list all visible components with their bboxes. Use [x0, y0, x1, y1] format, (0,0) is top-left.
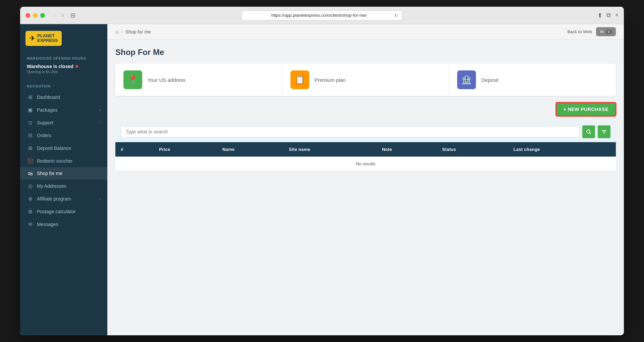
sidebar-item-label: Shop for me: [37, 171, 101, 176]
sidebar-nav: ⊞ Dashboard ▣ Packages › ⊙ Support › ⊟ O…: [20, 91, 107, 231]
no-results-message: No results: [115, 157, 616, 171]
dashboard-icon: ⊞: [27, 94, 34, 100]
sidebar-item-shop-for-me[interactable]: 🛍 Shop for me: [20, 167, 107, 180]
notification-count: 0: [606, 30, 612, 34]
sidebar-item-dashboard[interactable]: ⊞ Dashboard: [20, 91, 107, 104]
table-container: # Price Name Site name Note Status Last …: [115, 142, 616, 171]
main-content: ⌂ / Shop for me Back to Web ✉ 0 Shop For…: [107, 24, 624, 335]
reload-button[interactable]: ↻: [394, 13, 398, 18]
sidebar-item-packages[interactable]: ▣ Packages ›: [20, 104, 107, 116]
mac-minimize-button[interactable]: [33, 13, 38, 18]
feature-cards: 📍 Your US address 📋 Premium plan 🏦 Depos…: [115, 64, 616, 96]
premium-plan-label: Premium plan: [315, 77, 346, 83]
us-address-label: Your US address: [148, 77, 185, 83]
table-header: # Price Name Site name Note Status Last …: [115, 142, 616, 157]
sidebar-item-my-addresses[interactable]: ◎ My Addresses: [20, 180, 107, 192]
chevron-icon: ›: [99, 196, 101, 201]
warehouse-name: Warehouse is closed: [27, 64, 101, 69]
warehouse-time: Opening in 6h 25m: [27, 70, 101, 74]
col-number: #: [115, 142, 154, 157]
sidebar-item-label: Postage calculator: [37, 209, 101, 214]
mac-forward-button[interactable]: ›: [60, 11, 66, 19]
mac-sidebar-toggle[interactable]: ⊟: [70, 11, 75, 19]
breadcrumb-home-icon: ⌂: [115, 29, 119, 35]
status-dot: [75, 65, 78, 68]
breadcrumb: ⌂ / Shop for me: [115, 29, 151, 35]
messages-icon: ✉: [27, 221, 34, 227]
logo: ✈ PLANET EXPRESS: [25, 31, 62, 46]
back-to-web-link[interactable]: Back to Web: [567, 29, 592, 34]
svg-line-1: [590, 133, 591, 134]
share-button[interactable]: ⬆: [597, 12, 602, 19]
warehouse-status: Warehouse is closed Opening in 6h 25m: [20, 62, 107, 79]
duplicate-button[interactable]: ⧉: [606, 12, 611, 19]
new-purchase-button[interactable]: + NEW PURCHASE: [556, 103, 616, 116]
sidebar-item-postage-calculator[interactable]: ⊞ Postage calculator: [20, 205, 107, 218]
mac-back-button[interactable]: ‹: [52, 11, 58, 19]
sidebar-item-label: My Addresses: [37, 183, 101, 189]
feature-card-premium-plan[interactable]: 📋 Premium plan: [282, 64, 449, 96]
col-note: Note: [377, 142, 437, 157]
sidebar-item-label: Deposit Balance: [37, 146, 101, 151]
sidebar-item-support[interactable]: ⊙ Support ›: [20, 116, 107, 129]
notification-icon: ✉: [600, 29, 604, 34]
feature-card-deposit[interactable]: 🏦 Deposit: [449, 64, 616, 96]
search-input[interactable]: [121, 126, 580, 137]
orders-icon: ⊟: [27, 132, 34, 138]
app-container: ✈ PLANET EXPRESS WAREHOUSE OPENING HOURS…: [20, 24, 624, 335]
page-content: Shop For Me 📍 Your US address 📋 Premium …: [107, 40, 624, 335]
postage-calc-icon: ⊞: [27, 209, 34, 215]
logo-text: PLANET EXPRESS: [37, 34, 58, 43]
sidebar-item-redeem-voucher[interactable]: ⬛ Redeem voucher: [20, 155, 107, 167]
table-body: No results: [115, 157, 616, 171]
actions-row: + NEW PURCHASE: [115, 103, 616, 116]
col-last-change: Last change: [508, 142, 616, 157]
sidebar-item-label: Support: [37, 120, 99, 125]
data-table: # Price Name Site name Note Status Last …: [115, 142, 616, 171]
top-bar: ⌂ / Shop for me Back to Web ✉ 0: [107, 24, 624, 40]
filter-button[interactable]: [598, 125, 610, 138]
url-bar: https://app.planetexpress.com/client/sho…: [241, 10, 402, 20]
sidebar-logo: ✈ PLANET EXPRESS: [20, 24, 107, 51]
chevron-icon: ›: [99, 120, 101, 125]
deposit-label: Deposit: [481, 77, 498, 83]
top-bar-right: Back to Web ✉ 0: [567, 27, 616, 36]
sidebar-item-label: Messages: [37, 222, 101, 227]
sidebar-item-label: Redeem voucher: [37, 158, 101, 164]
chevron-icon: ›: [99, 108, 101, 112]
packages-icon: ▣: [27, 107, 34, 113]
add-tab-button[interactable]: +: [615, 12, 619, 19]
affiliate-icon: ⊕: [27, 196, 34, 202]
deposit-icon: 🏦: [457, 70, 476, 89]
mac-close-button[interactable]: [25, 13, 30, 18]
deposit-balance-icon: ⊞: [27, 145, 34, 151]
col-price: Price: [154, 142, 217, 157]
shop-for-me-icon: 🛍: [27, 171, 34, 176]
us-address-icon: 📍: [123, 70, 142, 89]
mac-toolbar-right: ⬆ ⧉ +: [597, 12, 619, 19]
mac-window: ‹ › ⊟ https://app.planetexpress.com/clie…: [20, 7, 624, 335]
breadcrumb-page: Shop for me: [125, 29, 151, 35]
my-addresses-icon: ◎: [27, 183, 34, 189]
sidebar-item-messages[interactable]: ✉ Messages: [20, 218, 107, 231]
search-icon: [586, 129, 591, 134]
table-empty-row: No results: [115, 157, 616, 171]
sidebar-item-orders[interactable]: ⊟ Orders: [20, 129, 107, 142]
feature-card-us-address[interactable]: 📍 Your US address: [115, 64, 282, 96]
mac-maximize-button[interactable]: [40, 13, 45, 18]
sidebar-item-label: Affiliate program: [37, 196, 99, 202]
warehouse-section-label: WAREHOUSE OPENING HOURS: [20, 51, 107, 62]
mac-titlebar: ‹ › ⊟ https://app.planetexpress.com/clie…: [20, 7, 624, 24]
sidebar-item-deposit-balance[interactable]: ⊞ Deposit Balance: [20, 142, 107, 155]
redeem-voucher-icon: ⬛: [27, 158, 34, 164]
sidebar-item-label: Packages: [37, 107, 99, 113]
sidebar-item-affiliate-program[interactable]: ⊕ Affiliate program ›: [20, 192, 107, 205]
search-filter-row: [115, 121, 616, 142]
premium-plan-icon: 📋: [290, 70, 309, 89]
mac-navigation-buttons: ‹ › ⊟: [52, 11, 75, 19]
page-title: Shop For Me: [115, 48, 616, 57]
sidebar-item-label: Dashboard: [37, 95, 101, 100]
notification-button[interactable]: ✉ 0: [596, 27, 616, 36]
search-button[interactable]: [582, 125, 595, 138]
nav-section-label: NAVIGATION: [20, 79, 107, 91]
